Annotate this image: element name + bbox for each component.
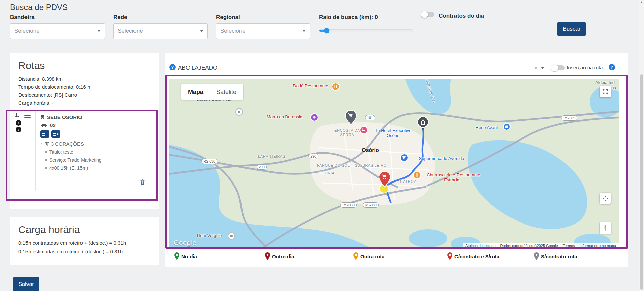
keyboard-shortcuts-link[interactable]: Atalhos do teclado <box>463 243 498 249</box>
carga-horaria-title: Carga horária <box>18 224 150 235</box>
restaurant-poi-icon <box>413 171 421 179</box>
help-icon[interactable]: ? <box>609 64 615 70</box>
route-item[interactable]: 1. ↑ ↓ SEDE OSORIO 0x <box>14 111 150 191</box>
pin-icon <box>353 252 358 260</box>
rede-label: Rede <box>113 14 127 21</box>
rotas-deslocamento: Deslocamento: [RS] Carro <box>18 92 150 98</box>
pin-icon <box>447 252 452 260</box>
rede-select-value: Selecione <box>118 28 143 34</box>
map-data-attribution: Dados cartográficos ©2025 Google <box>498 243 560 249</box>
contratos-label: Contratos do dia <box>439 13 484 19</box>
chevron-down-icon <box>541 67 544 69</box>
fullscreen-button[interactable] <box>600 86 611 97</box>
road-shield: RS-030 <box>340 202 357 208</box>
restaurant-poi-icon <box>332 83 339 90</box>
move-up-button[interactable]: ↑ <box>16 120 21 126</box>
pan-icon <box>602 195 608 201</box>
pdv-name: SEDE OSORIO <box>47 114 82 120</box>
calendar-icon <box>42 133 45 136</box>
legend-item: Outra rota <box>353 252 385 260</box>
detail-horas: 4x00:15h (E. 15m) <box>49 165 88 171</box>
rotas-distancia: Distancia: 8.398 km <box>18 76 150 82</box>
map-card: ? ABC LAJEADO × Inserção na rota ? <box>165 53 628 267</box>
chevron-down-icon <box>97 30 101 32</box>
trash-icon[interactable] <box>45 141 49 146</box>
client-name: 3 CORAÇÕES <box>51 141 84 147</box>
map-canvas <box>169 79 619 249</box>
insercao-toggle-knob <box>551 64 558 71</box>
scrollbar-thumb[interactable] <box>640 74 643 290</box>
road-shield: 290 <box>257 164 267 170</box>
calendar-icon <box>53 133 56 136</box>
delete-route-item-icon[interactable] <box>140 179 145 185</box>
road-shield: RS-389 <box>561 115 577 121</box>
pin-icon <box>534 252 539 260</box>
legend-item: Outro dia <box>265 252 294 260</box>
road-shield: RS-030 <box>201 159 217 164</box>
rotas-tempo: Tempo de deslocamento: 0:16 h <box>18 84 150 90</box>
drag-handle-icon[interactable] <box>24 113 31 119</box>
legend-item: C/contrato e S/rota <box>447 252 499 260</box>
carga-line-estimadas: 0:15h estimadas em roteiro + (desloc.) =… <box>18 249 150 254</box>
bandeira-select[interactable]: Selecione <box>10 23 105 39</box>
shopping-poi-icon <box>400 154 408 161</box>
generic-poi-icon <box>236 108 243 115</box>
page-title: Busca de PDVS <box>10 3 68 12</box>
regional-select[interactable]: Selecione <box>216 23 310 39</box>
insercao-label: Inserção na rota <box>567 65 603 70</box>
visit-count: 0x <box>50 122 56 128</box>
rotas-carga: Carga horária: - <box>18 100 150 106</box>
bandeira-select-value: Selecione <box>14 28 40 34</box>
report-error-link[interactable]: Informar erro no mapa <box>577 243 619 249</box>
raio-label: Raio de busca (km): 0 <box>319 14 378 21</box>
raio-slider-thumb[interactable] <box>324 28 330 34</box>
move-down-button[interactable]: ↓ <box>16 127 21 132</box>
generic-poi-icon <box>228 233 235 239</box>
pdv-select-value: ABC LAJEADO <box>178 65 535 71</box>
google-logo: Google <box>174 239 197 247</box>
bullet-square-icon <box>45 151 47 153</box>
scroll-up-arrow-icon[interactable]: ▲ <box>639 1 644 4</box>
contratos-toggle[interactable] <box>422 12 434 17</box>
business-poi-icon <box>503 123 510 130</box>
salvar-button[interactable]: Salvar <box>13 277 39 291</box>
bullet-square-icon <box>45 159 47 161</box>
attraction-poi-icon <box>311 114 318 121</box>
bandeira-label: Bandeira <box>10 14 35 21</box>
map-type-satelite-button[interactable]: Satélite <box>210 84 243 100</box>
map-legend: No dia Outro dia Outra rota C/contrato e… <box>165 252 628 266</box>
map-attribution: Atalhos do teclado Dados cartográficos ©… <box>463 243 619 249</box>
streetview-pegman-button[interactable] <box>600 222 611 234</box>
page-scrollbar[interactable]: ▲ <box>639 0 644 291</box>
rotas-title: Rotas <box>18 60 150 71</box>
chevron-down-icon <box>200 30 203 32</box>
bullet-circle-icon: ○ <box>40 142 43 146</box>
map-type-mapa-button[interactable]: Mapa <box>181 84 210 100</box>
terms-link[interactable]: Termos <box>560 243 577 249</box>
car-icon <box>40 123 48 127</box>
pdv-select[interactable]: ABC LAJEADO × <box>178 62 544 74</box>
route-index: 1. <box>15 112 19 118</box>
buscar-button[interactable]: Buscar <box>557 22 586 36</box>
detail-titulo: Titulo: teste <box>49 149 73 155</box>
road-shield: 101 <box>365 115 375 120</box>
google-map[interactable]: Dodô Restaurante Castelo Bela Vista Morr… <box>169 79 619 249</box>
pan-control-button[interactable] <box>600 193 611 204</box>
contratos-toggle-knob <box>421 11 428 18</box>
hotel-poi-icon <box>360 126 367 134</box>
bullet-square-icon <box>45 167 47 169</box>
remove-day-button[interactable]: − <box>40 130 49 138</box>
rede-select[interactable]: Selecione <box>113 23 208 39</box>
help-icon[interactable]: ? <box>169 64 176 70</box>
fullscreen-icon <box>603 89 608 94</box>
building-icon <box>40 115 45 119</box>
road-shield: RS-389 <box>363 202 379 208</box>
raio-slider[interactable] <box>319 29 413 32</box>
carga-horaria-card: Carga horária 0:15h contratadas em rotei… <box>10 217 159 265</box>
pin-icon <box>265 252 270 260</box>
legend-item: No dia <box>174 252 197 260</box>
rotas-card: Rotas Distancia: 8.398 km Tempo de deslo… <box>10 53 159 209</box>
insercao-toggle[interactable] <box>552 65 565 70</box>
add-day-button[interactable]: + <box>51 130 60 138</box>
clear-selection-icon[interactable]: × <box>535 65 538 71</box>
